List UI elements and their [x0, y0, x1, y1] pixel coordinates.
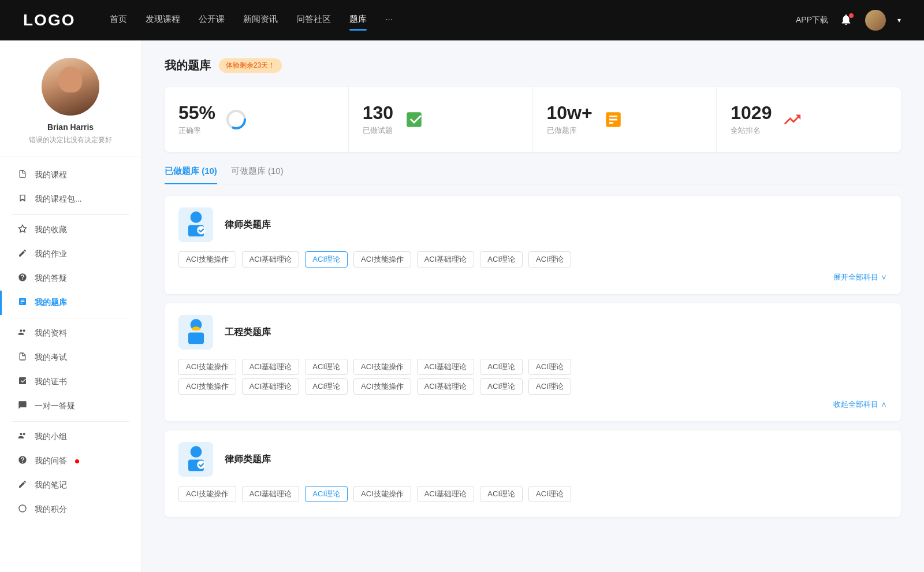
nav-discover[interactable]: 发现课程	[146, 14, 180, 27]
tag-3-2[interactable]: ACI基础理论	[242, 486, 300, 502]
tag-2b-4[interactable]: ACI技能操作	[353, 378, 411, 395]
qbank-icon-lawyer-2	[178, 442, 213, 477]
qbank-header-3: 律师类题库	[178, 442, 887, 477]
notes-icon	[17, 480, 28, 491]
tag-3-3[interactable]: ACI理论	[305, 486, 348, 502]
sidebar-item-favorites[interactable]: 我的收藏	[0, 218, 141, 242]
tag-1-6[interactable]: ACI理论	[480, 251, 523, 268]
tag-3-7[interactable]: ACI理论	[528, 486, 571, 502]
tag-2a-7[interactable]: ACI理论	[528, 359, 571, 375]
tags-row-1: ACI技能操作 ACI基础理论 ACI理论 ACI技能操作 ACI基础理论 AC…	[178, 251, 887, 268]
tag-1-1[interactable]: ACI技能操作	[178, 251, 236, 268]
profile-avatar	[42, 58, 99, 116]
done-banks-icon	[602, 108, 625, 131]
nav-qa[interactable]: 问答社区	[296, 14, 331, 27]
sidebar-label-group: 我的小组	[35, 432, 67, 442]
stat-rank-text: 1029 全站排名	[731, 103, 772, 136]
tag-1-4[interactable]: ACI技能操作	[353, 251, 411, 268]
qbank-header-1: 律师类题库	[178, 207, 887, 242]
sidebar-label-1on1: 一对一答疑	[35, 401, 75, 411]
tag-2a-1[interactable]: ACI技能操作	[178, 359, 236, 375]
tag-3-4[interactable]: ACI技能操作	[353, 486, 411, 502]
sidebar-item-exam[interactable]: 我的考试	[0, 346, 141, 370]
tag-3-5[interactable]: ACI基础理论	[417, 486, 475, 502]
points-icon	[17, 504, 28, 515]
sidebar-item-course-package[interactable]: 我的课程包...	[0, 187, 141, 211]
sidebar-item-points[interactable]: 我的积分	[0, 497, 141, 522]
tag-2b-3[interactable]: ACI理论	[305, 378, 348, 395]
tag-2a-4[interactable]: ACI技能操作	[353, 359, 411, 375]
sidebar-label-qa: 我的答疑	[35, 273, 67, 284]
sidebar-label-homework: 我的作业	[35, 249, 67, 259]
profile-icon	[17, 328, 28, 339]
stat-rank-label: 全站排名	[731, 125, 772, 136]
qbank-title-1: 律师类题库	[225, 219, 271, 231]
sidebar-item-questions[interactable]: 我的问答	[0, 449, 141, 473]
stat-accuracy: 55% 正确率	[165, 87, 349, 152]
sidebar-item-notes[interactable]: 我的笔记	[0, 473, 141, 497]
stat-done-banks-text: 10w+ 已做题库	[547, 103, 593, 136]
homework-icon	[17, 248, 28, 260]
tab-todo[interactable]: 可做题库 (10)	[231, 166, 284, 184]
tag-2b-1[interactable]: ACI技能操作	[178, 378, 236, 395]
nav-home[interactable]: 首页	[110, 14, 127, 27]
nav-more[interactable]: ···	[385, 14, 393, 27]
stat-rank: 1029 全站排名	[717, 87, 901, 152]
app-download-link[interactable]: APP下载	[796, 15, 828, 25]
sidebar-item-profile[interactable]: 我的资料	[0, 321, 141, 346]
stat-accuracy-text: 55% 正确率	[178, 103, 215, 136]
tag-1-3[interactable]: ACI理论	[305, 251, 348, 268]
collapse-link-2[interactable]: 收起全部科目 ∧	[178, 399, 887, 410]
tag-1-5[interactable]: ACI基础理论	[417, 251, 475, 268]
stat-done-banks: 10w+ 已做题库	[533, 87, 717, 152]
tag-1-7[interactable]: ACI理论	[528, 251, 571, 268]
rank-icon	[781, 108, 804, 131]
expand-link-1[interactable]: 展开全部科目 ∨	[178, 272, 887, 283]
qbank-title-2: 工程类题库	[225, 326, 271, 339]
nav-news[interactable]: 新闻资讯	[243, 14, 278, 27]
content-area: 我的题库 体验剩余23天！ 55% 正确率 130	[141, 40, 924, 572]
nav-qbank[interactable]: 题库	[349, 14, 367, 27]
user-avatar[interactable]	[865, 10, 886, 31]
sidebar-label-certificate: 我的证书	[35, 377, 67, 387]
profile-section: Brian Harris 错误的决定比没有决定要好	[0, 58, 141, 157]
main-layout: Brian Harris 错误的决定比没有决定要好 我的课程 我的课程包...	[0, 40, 924, 572]
tag-3-6[interactable]: ACI理论	[480, 486, 523, 502]
certificate-icon	[17, 376, 28, 388]
tag-2b-6[interactable]: ACI理论	[480, 378, 523, 395]
qbank-icon	[17, 297, 28, 309]
sidebar-item-homework[interactable]: 我的作业	[0, 242, 141, 266]
notification-dot	[849, 13, 854, 18]
tags-row-3: ACI技能操作 ACI基础理论 ACI理论 ACI技能操作 ACI基础理论 AC…	[178, 486, 887, 502]
nav-open-course[interactable]: 公开课	[199, 14, 225, 27]
notification-bell[interactable]	[840, 13, 854, 27]
tag-1-2[interactable]: ACI基础理论	[242, 251, 300, 268]
tag-2a-6[interactable]: ACI理论	[480, 359, 523, 375]
sidebar-item-certificate[interactable]: 我的证书	[0, 370, 141, 394]
sidebar-item-group[interactable]: 我的小组	[0, 425, 141, 449]
done-questions-icon	[403, 108, 426, 131]
tag-2b-7[interactable]: ACI理论	[528, 378, 571, 395]
profile-avatar-image	[42, 58, 99, 116]
exam-icon	[17, 352, 28, 363]
sidebar-item-qa[interactable]: 我的答疑	[0, 266, 141, 291]
tab-done[interactable]: 已做题库 (10)	[165, 166, 217, 184]
user-menu-chevron[interactable]: ▾	[897, 16, 901, 24]
sidebar-item-1on1[interactable]: 一对一答疑	[0, 394, 141, 418]
profile-motto: 错误的决定比没有决定要好	[29, 135, 112, 145]
tag-2a-3[interactable]: ACI理论	[305, 359, 348, 375]
tag-2a-5[interactable]: ACI基础理论	[417, 359, 475, 375]
sidebar-item-qbank[interactable]: 我的题库	[0, 291, 141, 315]
tabs-row: 已做题库 (10) 可做题库 (10)	[165, 166, 901, 184]
svg-point-9	[190, 446, 202, 458]
tag-3-1[interactable]: ACI技能操作	[178, 486, 236, 502]
sidebar-item-my-courses[interactable]: 我的课程	[0, 163, 141, 187]
stats-row: 55% 正确率 130 已做试题	[165, 87, 901, 152]
sidebar: Brian Harris 错误的决定比没有决定要好 我的课程 我的课程包...	[0, 40, 141, 572]
tag-2b-2[interactable]: ACI基础理论	[242, 378, 300, 395]
stat-done-questions-value: 130	[363, 103, 393, 122]
tag-2a-2[interactable]: ACI基础理论	[242, 359, 300, 375]
page-title-row: 我的题库 体验剩余23天！	[165, 58, 901, 73]
stat-done-questions: 130 已做试题	[349, 87, 533, 152]
tag-2b-5[interactable]: ACI基础理论	[417, 378, 475, 395]
